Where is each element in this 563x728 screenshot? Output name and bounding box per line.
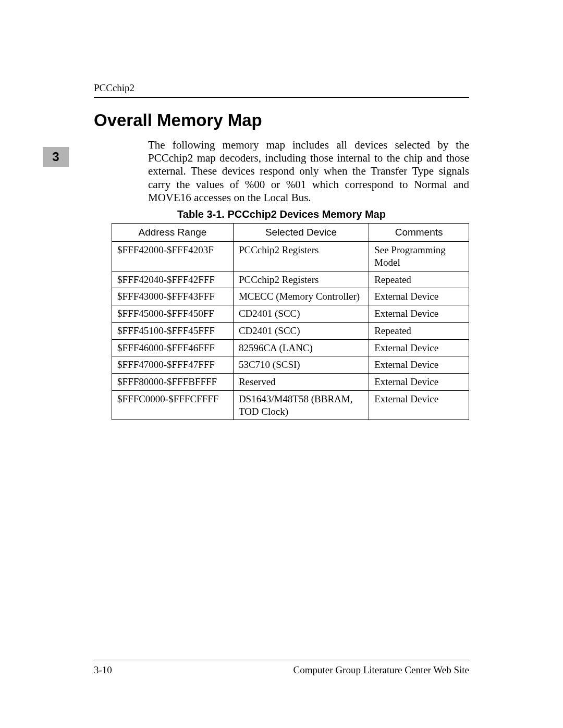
footer: 3-10 Computer Group Literature Center We… xyxy=(94,664,469,676)
cell-address: $FFFC0000-$FFFCFFFF xyxy=(112,390,234,420)
cell-comments: External Device xyxy=(369,356,469,374)
table-row: $FFF43000-$FFF43FFF MCECC (Memory Contro… xyxy=(112,288,469,305)
memory-map-table-wrap: Address Range Selected Device Comments $… xyxy=(112,223,469,420)
cell-comments: Repeated xyxy=(369,271,469,288)
running-head: PCCchip2 xyxy=(94,82,469,94)
table-row: $FFF80000-$FFFBFFFF Reserved External De… xyxy=(112,374,469,391)
table-row: $FFF45000-$FFF450FF CD2401 (SCC) Externa… xyxy=(112,305,469,323)
chapter-tab: 3 xyxy=(43,147,69,167)
cell-comments: Repeated xyxy=(369,322,469,339)
cell-address: $FFF45000-$FFF450FF xyxy=(112,305,234,323)
section-intro: The following memory map includes all de… xyxy=(148,139,469,204)
section-title: Overall Memory Map xyxy=(94,110,262,130)
cell-address: $FFF43000-$FFF43FFF xyxy=(112,288,234,305)
cell-address: $FFF45100-$FFF45FFF xyxy=(112,322,234,339)
table-row: $FFF47000-$FFF47FFF 53C710 (SCSI) Extern… xyxy=(112,356,469,374)
table-row: $FFF42000-$FFF4203F PCCchip2 Registers S… xyxy=(112,242,469,272)
cell-comments: External Device xyxy=(369,374,469,391)
table-row: $FFFC0000-$FFFCFFFF DS1643/M48T58 (BBRAM… xyxy=(112,390,469,420)
cell-device: DS1643/M48T58 (BBRAM, TOD Clock) xyxy=(233,390,369,420)
cell-comments: External Device xyxy=(369,288,469,305)
cell-device: CD2401 (SCC) xyxy=(233,322,369,339)
cell-device: PCCchip2 Registers xyxy=(233,242,369,272)
cell-comments: See Programming Model xyxy=(369,242,469,272)
table-row: $FFF45100-$FFF45FFF CD2401 (SCC) Repeate… xyxy=(112,322,469,339)
cell-device: 82596CA (LANC) xyxy=(233,339,369,356)
table-row: $FFF42040-$FFF42FFF PCCchip2 Registers R… xyxy=(112,271,469,288)
th-address: Address Range xyxy=(112,224,234,242)
cell-address: $FFF42040-$FFF42FFF xyxy=(112,271,234,288)
cell-device: PCCchip2 Registers xyxy=(233,271,369,288)
table-header-row: Address Range Selected Device Comments xyxy=(112,224,469,242)
footer-site: Computer Group Literature Center Web Sit… xyxy=(293,664,469,676)
header-rule xyxy=(94,97,469,98)
cell-comments: External Device xyxy=(369,305,469,323)
cell-address: $FFF42000-$FFF4203F xyxy=(112,242,234,272)
cell-device: 53C710 (SCSI) xyxy=(233,356,369,374)
page-number: 3-10 xyxy=(94,664,112,676)
table-row: $FFF46000-$FFF46FFF 82596CA (LANC) Exter… xyxy=(112,339,469,356)
cell-device: CD2401 (SCC) xyxy=(233,305,369,323)
table-caption: Table 3-1. PCCchip2 Devices Memory Map xyxy=(94,208,469,220)
cell-comments: External Device xyxy=(369,339,469,356)
cell-device: MCECC (Memory Controller) xyxy=(233,288,369,305)
cell-comments: External Device xyxy=(369,390,469,420)
cell-address: $FFF46000-$FFF46FFF xyxy=(112,339,234,356)
page: PCCchip2 3 Overall Memory Map The follow… xyxy=(0,0,563,728)
cell-address: $FFF80000-$FFFBFFFF xyxy=(112,374,234,391)
cell-device: Reserved xyxy=(233,374,369,391)
footer-rule xyxy=(94,660,469,660)
memory-map-table: Address Range Selected Device Comments $… xyxy=(112,223,469,420)
th-comments: Comments xyxy=(369,224,469,242)
th-device: Selected Device xyxy=(233,224,369,242)
cell-address: $FFF47000-$FFF47FFF xyxy=(112,356,234,374)
